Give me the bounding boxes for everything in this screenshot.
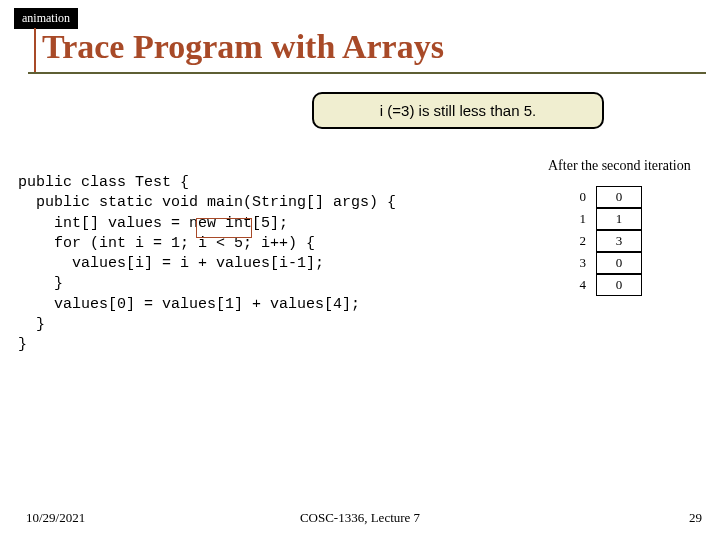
array-table: 0 0 1 1 2 3 3 0 4 0 [560,186,642,296]
footer-page: 29 [689,510,702,526]
array-index: 4 [560,277,596,293]
table-row: 0 0 [560,186,642,208]
code-line: values[0] = values[1] + values[4]; [18,296,360,313]
title-wrap: Trace Program with Arrays [28,28,706,74]
code-line: } [18,316,45,333]
array-index: 1 [560,211,596,227]
array-cell: 0 [596,186,642,208]
array-cell: 1 [596,208,642,230]
table-row: 2 3 [560,230,642,252]
code-line: for (int i = 1; i < 5; i++) { [18,235,315,252]
code-block: public class Test { public static void m… [18,173,396,355]
code-line: values[i] = i + values[i-1]; [18,255,324,272]
array-cell: 0 [596,252,642,274]
code-line: } [18,275,63,292]
array-caption: After the second iteration [548,158,691,174]
animation-tag: animation [14,8,78,29]
array-index: 2 [560,233,596,249]
code-line: } [18,336,27,353]
footer-course: COSC-1336, Lecture 7 [0,510,720,526]
code-line: public class Test { [18,174,189,191]
array-index: 3 [560,255,596,271]
callout-bubble: i (=3) is still less than 5. [312,92,604,129]
page-title: Trace Program with Arrays [42,28,706,66]
table-row: 1 1 [560,208,642,230]
highlight-condition [196,218,252,238]
code-line: public static void main(String[] args) { [18,194,396,211]
table-row: 3 0 [560,252,642,274]
array-cell: 3 [596,230,642,252]
table-row: 4 0 [560,274,642,296]
array-cell: 0 [596,274,642,296]
array-index: 0 [560,189,596,205]
